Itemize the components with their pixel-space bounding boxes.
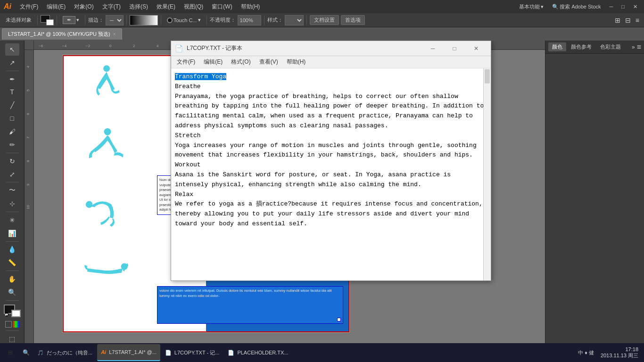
- stroke-selector[interactable]: ─: [106, 15, 124, 25]
- notepad-app-icon: 📄: [175, 45, 183, 52]
- search-stock-label: 搜索 Adobe Stock: [560, 3, 601, 10]
- doc-settings-btn[interactable]: 文档设置: [310, 15, 339, 25]
- svg-point-22: [86, 201, 93, 208]
- style-selector[interactable]: [285, 15, 304, 25]
- measure-tool[interactable]: 📏: [5, 256, 19, 269]
- yoga-figure-3: [84, 194, 129, 232]
- minimize-illustrator-btn[interactable]: ─: [607, 3, 616, 10]
- taskbar-notepad[interactable]: 📄 L7COPY.TXT - 记...: [161, 344, 223, 361]
- notepad-scrollbar[interactable]: [483, 68, 491, 280]
- svg-text:4: 4: [26, 66, 30, 68]
- opacity-input[interactable]: [238, 15, 261, 25]
- align-left-icon[interactable]: ⊞: [613, 16, 622, 25]
- tools-panel: ↖ ↗ ✒ T ╱ □ 🖌 ✏ ↻ ⤢ 〜 ⊹ ✳ 📊 💧 📏 ✋ 🔍 ⇄: [0, 41, 25, 348]
- notepad-menu-file[interactable]: 文件(F): [173, 57, 199, 67]
- start-button[interactable]: ⊞: [2, 344, 19, 361]
- notepad-window: 📄 L7COPY.TXT - 记事本 ─ □ ✕ 文件(F) 编辑(E) 格式(…: [171, 41, 491, 281]
- search-stock-btn[interactable]: 🔍 搜索 Adobe Stock: [549, 2, 603, 11]
- notepad-close-btn[interactable]: ✕: [465, 41, 487, 56]
- opacity-label: 不透明度：: [210, 16, 236, 24]
- notepad-body-workout: Asana is the Sanskirt word for posture, …: [175, 170, 487, 190]
- rotate-tool[interactable]: ↻: [5, 155, 19, 167]
- touch-label: Touch C...: [173, 17, 197, 23]
- menu-file[interactable]: 文件(F): [16, 2, 42, 12]
- canvas-area[interactable]: −6 −4 −2 0 2 4 6 8 10 12 14 4 5 6 7 8: [25, 41, 644, 348]
- notepad-menu-help[interactable]: 帮助(H): [283, 57, 310, 67]
- menu-window[interactable]: 窗口(W): [208, 2, 236, 12]
- color-mode-icons: [5, 321, 19, 328]
- menu-view[interactable]: 视图(Q): [180, 2, 207, 12]
- shape-tool[interactable]: □: [5, 112, 19, 124]
- notepad-minimize-btn[interactable]: ─: [422, 41, 444, 56]
- fill-stroke-display[interactable]: ⇄: [4, 304, 21, 318]
- align-icons: ⊞ ⊟ ≡: [613, 16, 641, 25]
- style-label: 样式：: [267, 16, 283, 24]
- notepad-menu-format[interactable]: 格式(O): [227, 57, 254, 67]
- menu-help[interactable]: 帮助(H): [237, 2, 264, 12]
- brush-icon: ✒: [63, 16, 75, 24]
- touch-workspace-selector[interactable]: Touch C... ▾: [164, 16, 204, 24]
- panels-expand-icon[interactable]: »: [632, 44, 635, 50]
- workspace-selector[interactable]: 基本功能 ▾: [516, 2, 546, 11]
- ruler-corner: [25, 41, 34, 50]
- panel-tab-color-theme[interactable]: 色彩主题: [596, 42, 625, 51]
- warp-tool[interactable]: 〜: [5, 184, 19, 197]
- taskbar-illustrator[interactable]: Ai L7START_1.AI* @...: [97, 344, 160, 361]
- fill-color-box[interactable]: [41, 15, 54, 25]
- svg-text:−4: −4: [62, 44, 67, 48]
- notepad-content[interactable]: Transform Yoga Breathe Pranayama, the yo…: [171, 68, 491, 280]
- menu-edit[interactable]: 编辑(E): [43, 2, 69, 12]
- yoga-figure-1: [91, 65, 129, 107]
- swap-colors-icon[interactable]: ⇄: [5, 313, 8, 316]
- pencil-tool[interactable]: ✏: [5, 139, 19, 151]
- document-tab[interactable]: L7START_1.AI* @ 100% (CMYK/GPU 预选) ×: [2, 28, 122, 40]
- hand-tool[interactable]: ✋: [5, 273, 19, 285]
- type-tool[interactable]: T: [5, 86, 19, 98]
- menu-object[interactable]: 对象(O): [70, 2, 97, 12]
- zoom-tool[interactable]: 🔍: [5, 286, 19, 298]
- eyedropper-tool[interactable]: 💧: [5, 244, 19, 256]
- menu-text[interactable]: 文字(T): [99, 2, 124, 12]
- scale-tool[interactable]: ⤢: [5, 168, 19, 181]
- panel-tab-color-ref[interactable]: 颜色参考: [567, 42, 595, 51]
- panel-tab-color[interactable]: 颜色: [548, 42, 566, 51]
- restore-illustrator-btn[interactable]: □: [619, 3, 627, 10]
- svg-text:7: 7: [26, 136, 30, 139]
- graph-tool[interactable]: 📊: [5, 227, 19, 239]
- pen-tool[interactable]: ✒: [5, 73, 19, 85]
- panels-menu-icon[interactable]: ≡: [637, 43, 641, 51]
- svg-point-21: [104, 128, 111, 135]
- paint-brush-tool[interactable]: 🖌: [5, 125, 19, 138]
- notepad-menu-edit[interactable]: 编辑(E): [200, 57, 226, 67]
- free-transform-tool[interactable]: ⊹: [5, 197, 19, 210]
- arrange-icon[interactable]: ⊟: [623, 16, 633, 25]
- menu-select[interactable]: 选择(S): [125, 2, 152, 12]
- symbol-sprayer-tool[interactable]: ✳: [5, 214, 19, 226]
- direct-selection-tool[interactable]: ↗: [5, 57, 19, 69]
- close-illustrator-btn[interactable]: ✕: [630, 3, 640, 11]
- taskbar-placeholder[interactable]: 📄 PLACEHOLDER.TX...: [224, 344, 292, 361]
- line-tool[interactable]: ╱: [5, 99, 19, 111]
- brush-selector[interactable]: ✒ ▾: [60, 15, 82, 25]
- taskbar-search[interactable]: 🔍: [20, 348, 33, 357]
- gradient-display[interactable]: [130, 15, 158, 25]
- search-icon: 🔍: [23, 349, 30, 356]
- notepad-heading-breathe: Breathe: [175, 82, 487, 92]
- app-logo: Ai: [4, 2, 11, 11]
- none-color-icon[interactable]: [5, 321, 12, 328]
- tab-close-btn[interactable]: ×: [113, 32, 116, 37]
- notepad-scrollbar-thumb[interactable]: [485, 69, 490, 83]
- notepad-body-stretch: Yoga increases your range of motion in m…: [175, 141, 487, 161]
- gradient-icon[interactable]: [13, 321, 19, 328]
- taskbar-music[interactable]: 🎵 だったのに（纯音...: [33, 344, 96, 361]
- menu-effect[interactable]: 效果(E): [153, 2, 179, 12]
- notepad-menu-view[interactable]: 查看(V): [256, 57, 282, 67]
- menu-icon[interactable]: ≡: [634, 16, 641, 25]
- svg-text:10: 10: [26, 205, 30, 209]
- selection-tool[interactable]: ↖: [5, 43, 19, 56]
- notepad-body-breathe: Pranayama, the yoga practice of breathin…: [175, 92, 487, 131]
- preferences-btn[interactable]: 首选项: [341, 15, 365, 25]
- notepad-restore-btn[interactable]: □: [444, 41, 465, 56]
- artboard-bottom-textbox[interactable]: volore dio enim velenim nit irillutpat. …: [157, 286, 343, 324]
- tool-sep-7: [6, 300, 19, 301]
